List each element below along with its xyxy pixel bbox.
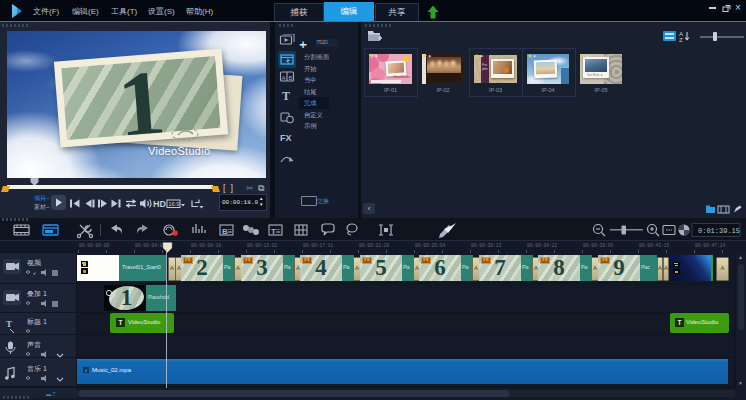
svg-text:FX: FX: [280, 133, 292, 143]
svg-text:B≡: B≡: [222, 227, 233, 236]
svg-text:0:01:39.15: 0:01:39.15: [698, 227, 740, 235]
svg-text:叠加 1: 叠加 1: [27, 290, 47, 297]
svg-text:标题 1: 标题 1: [26, 318, 47, 326]
svg-text:HD: HD: [153, 199, 166, 209]
svg-text:B: B: [289, 75, 293, 81]
svg-text:T≡: T≡: [271, 227, 281, 236]
svg-text:音乐 1: 音乐 1: [27, 365, 47, 372]
svg-text:Z: Z: [679, 37, 683, 42]
svg-text:声音: 声音: [27, 341, 41, 348]
svg-text:16:9: 16:9: [169, 201, 180, 207]
svg-text:视频: 视频: [27, 259, 42, 267]
svg-text:T: T: [6, 319, 12, 329]
svg-text:T: T: [282, 89, 290, 103]
svg-text:A: A: [282, 75, 286, 81]
